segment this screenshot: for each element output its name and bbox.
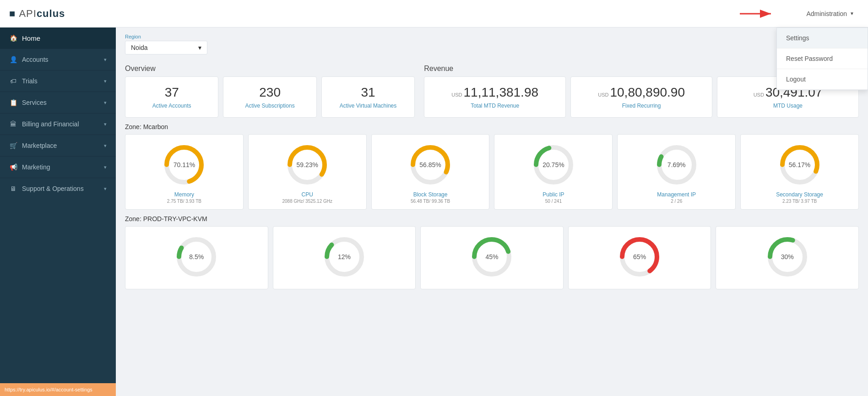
dropdown-item-reset-password[interactable]: Reset Password (777, 49, 868, 69)
gauge-container: 59.23% (284, 142, 330, 188)
stat-number: USD11,11,381.98 (434, 85, 556, 100)
gauge-percent: 56.17% (789, 161, 810, 168)
nav-item-label: Trials (22, 77, 38, 85)
stat-label: MTD Usage (727, 103, 849, 109)
home-link[interactable]: 🏠 Home (0, 27, 116, 49)
nav-icon: 📢 (9, 163, 17, 171)
gauge-percent: 30% (781, 253, 794, 260)
nav-icon: 👤 (9, 55, 17, 64)
nav-item-label: Support & Operations (22, 185, 84, 192)
revenue-stat-card: USD10,80,890.90 Fixed Recurring (570, 76, 712, 118)
stat-label: Active Virtual Machines (331, 103, 405, 109)
chevron-icon: ▾ (104, 164, 107, 170)
gauge-card: 30% (716, 226, 859, 289)
region-select[interactable]: Noida ▾ (125, 41, 207, 54)
sidebar-item-marketing[interactable]: 📢 Marketing ▾ (0, 156, 116, 178)
gauge-sublabel: 2 / 26 (623, 199, 730, 204)
overview-cards: 37 Active Accounts 230 Active Subscripti… (125, 76, 415, 118)
gauge-label: Management IP (623, 191, 730, 198)
logo-text: ■ APIculus (9, 8, 65, 20)
zone-mcarbon-gauges: 70.11% Memory 2.75 TB/ 3.93 TB 59.23% CP… (125, 134, 859, 210)
stat-label: Total MTD Revenue (434, 103, 556, 109)
chevron-icon: ▾ (104, 100, 107, 106)
nav-icon: 📋 (9, 98, 17, 107)
admin-label: Administration (806, 10, 847, 17)
stat-label: Active Accounts (135, 103, 209, 109)
currency-label: USD (754, 92, 764, 98)
region-chevron-icon: ▾ (198, 44, 201, 51)
gauge-container: 7.69% (654, 142, 700, 188)
currency-label: USD (598, 92, 608, 98)
gauge-card: 59.23% CPU 2088 GHz/ 3525.12 GHz (248, 134, 367, 210)
stat-number: 37 (135, 85, 209, 100)
sidebar-item-support-&-operations[interactable]: 🖥 Support & Operations ▾ (0, 178, 116, 199)
gauge-card: 65% (568, 226, 711, 289)
stat-label: Fixed Recurring (580, 103, 703, 109)
gauge-container: 8.5% (174, 234, 219, 280)
sidebar: ■ APIculus 🏠 Home 👤 Accounts ▾ 🏷 Trials … (0, 0, 116, 396)
top-header: Administration ▼ SettingsReset PasswordL… (116, 0, 868, 27)
home-label: Home (22, 34, 40, 42)
gauge-label: Memory (131, 191, 238, 198)
revenue-stat-card: USD11,11,381.98 Total MTD Revenue (424, 76, 566, 118)
region-label: Region (125, 34, 859, 39)
gauge-container: 12% (321, 234, 367, 280)
gauge-percent: 59.23% (296, 161, 318, 168)
currency-label: USD (451, 92, 462, 98)
gauge-label: Secondary Storage (746, 191, 853, 198)
gauge-container: 45% (469, 234, 515, 280)
gauge-percent: 20.75% (542, 161, 564, 168)
overview-stat-card: 37 Active Accounts (125, 76, 218, 118)
zone-mcarbon-header: Zone: Mcarbon (125, 123, 859, 130)
gauge-sublabel: 56.48 TB/ 99.36 TB (377, 199, 484, 204)
gauge-card: 20.75% Public IP 50 / 241 (494, 134, 613, 210)
admin-button[interactable]: Administration ▼ (802, 7, 859, 20)
sidebar-item-marketplace[interactable]: 🛒 Marketplace ▾ (0, 135, 116, 156)
overview-stat-card: 31 Active Virtual Machines (321, 76, 415, 118)
gauge-sublabel: 2088 GHz/ 3525.12 GHz (254, 199, 361, 204)
gauge-container: 70.11% (161, 142, 207, 188)
sidebar-item-trials[interactable]: 🏷 Trials ▾ (0, 70, 116, 92)
chevron-icon: ▾ (104, 186, 107, 192)
chevron-down-icon: ▼ (850, 11, 854, 16)
gauge-card: 56.17% Secondary Storage 2.23 TB/ 3.97 T… (740, 134, 859, 210)
chevron-icon: ▾ (104, 143, 107, 149)
gauge-percent: 45% (485, 253, 498, 260)
region-value: Noida (131, 44, 148, 51)
gauge-percent: 70.11% (174, 161, 195, 168)
nav-items: 👤 Accounts ▾ 🏷 Trials ▾ 📋 Services ▾ 🏛 B… (0, 49, 116, 199)
sidebar-item-services[interactable]: 📋 Services ▾ (0, 92, 116, 113)
dropdown-item-settings[interactable]: Settings (777, 28, 868, 49)
red-arrow-svg (740, 8, 776, 19)
gauge-card: 56.85% Block Storage 56.48 TB/ 99.36 TB (371, 134, 490, 210)
region-section: Region Noida ▾ (125, 27, 859, 59)
gauge-card: 8.5% (125, 226, 268, 289)
nav-icon: 🖥 (9, 184, 17, 193)
nav-item-label: Accounts (22, 56, 49, 63)
chevron-icon: ▾ (104, 121, 107, 127)
overview-title: Overview (125, 65, 415, 73)
gauge-container: 65% (617, 234, 662, 280)
main-content: Administration ▼ SettingsReset PasswordL… (116, 0, 868, 396)
gauge-container: 56.17% (777, 142, 823, 188)
dropdown-item-logout[interactable]: Logout (777, 69, 868, 90)
gauge-card: 7.69% Management IP 2 / 26 (617, 134, 736, 210)
gauge-container: 30% (765, 234, 810, 280)
status-bar: https://try.apiculus.io/#/account-settin… (0, 383, 116, 396)
chevron-icon: ▾ (104, 78, 107, 84)
gauge-container: 20.75% (531, 142, 576, 188)
sidebar-item-billing-and-financial[interactable]: 🏛 Billing and Financial ▾ (0, 113, 116, 135)
overview-stat-card: 230 Active Subscriptions (223, 76, 316, 118)
gauge-card: 12% (273, 226, 416, 289)
gauge-percent: 8.5% (189, 253, 204, 260)
gauge-card: 45% (420, 226, 564, 289)
stat-label: Active Subscriptions (233, 103, 307, 109)
nav-icon: 🏛 (9, 120, 17, 128)
gauge-sublabel: 2.23 TB/ 3.97 TB (746, 199, 853, 204)
gauge-percent: 7.69% (667, 161, 686, 168)
nav-item-label: Marketing (22, 163, 50, 171)
gauge-container: 56.85% (407, 142, 453, 188)
nav-item-label: Marketplace (22, 142, 57, 149)
sidebar-item-accounts[interactable]: 👤 Accounts ▾ (0, 49, 116, 70)
nav-icon: 🛒 (9, 141, 17, 150)
